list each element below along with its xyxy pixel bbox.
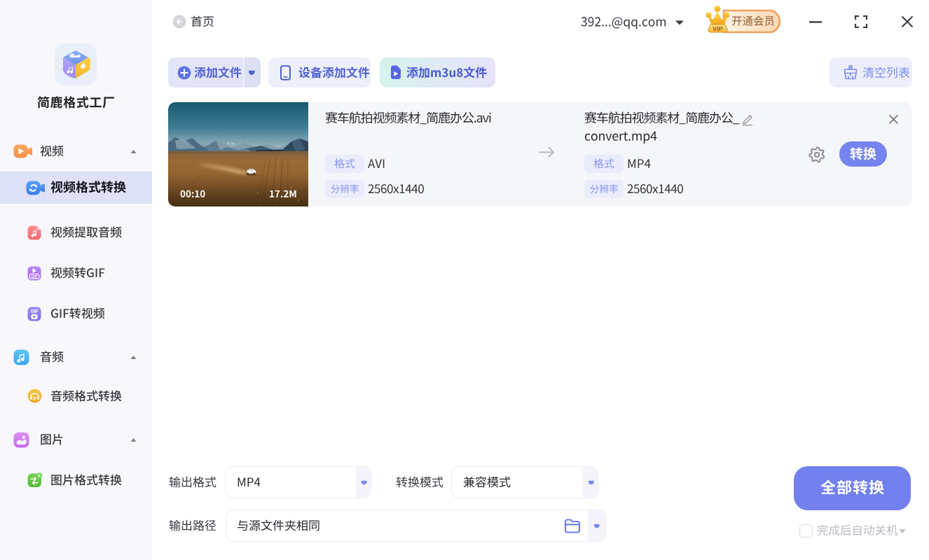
svg-text:GIF: GIF: [31, 309, 39, 314]
svg-text:VIP: VIP: [713, 25, 723, 32]
svg-text:GIF: GIF: [32, 274, 39, 279]
